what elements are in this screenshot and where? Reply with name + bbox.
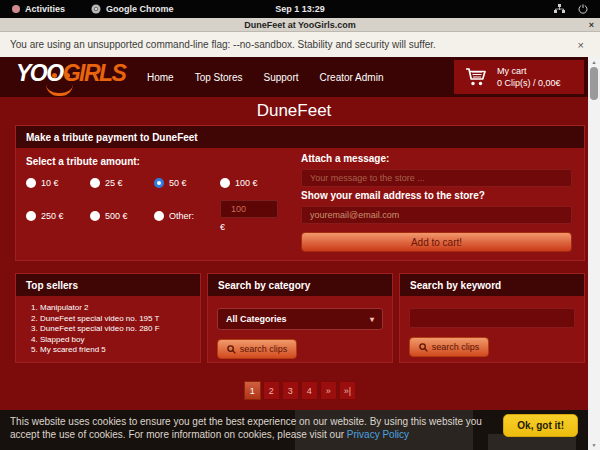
pagination-page-2[interactable]: 2: [263, 381, 280, 400]
radio-label: 500 €: [105, 211, 128, 221]
radio-label: Other:: [169, 211, 194, 221]
browser-tab-bar: DuneFeet at YooGirls.com ×: [0, 18, 600, 32]
top-seller-item[interactable]: My scared friend 5: [40, 345, 191, 356]
keyword-search-input[interactable]: [409, 308, 575, 328]
radio-icon: [220, 178, 230, 188]
category-select-value: All Categories: [226, 314, 287, 324]
cookie-text: This website uses cookies to ensure you …: [10, 416, 482, 440]
vertical-scrollbar[interactable]: ▲ ▼: [588, 57, 600, 450]
top-seller-item[interactable]: Manipulator 2: [40, 303, 191, 314]
tribute-amount-options: 10 € 25 € 50 € 100 €: [26, 178, 296, 232]
pagination-page-1[interactable]: 1: [244, 381, 261, 400]
tab-close-icon[interactable]: ×: [589, 18, 594, 32]
site-header: YOOGIRLS Home Top Stores Support Creator…: [0, 57, 588, 97]
tribute-amount-label: Select a tribute amount:: [26, 156, 296, 167]
warning-message: You are using an unsupported command-lin…: [10, 39, 436, 50]
tribute-panel-header: Make a tribute payment to DuneFeet: [16, 126, 584, 148]
radio-label: 100 €: [235, 178, 258, 188]
search-keyword-header: Search by keyword: [400, 274, 584, 296]
nav-item-home[interactable]: Home: [147, 72, 174, 83]
top-sellers-list: Manipulator 2 DuneFeet special video no.…: [25, 303, 191, 356]
tribute-amount-radio-25[interactable]: 25 €: [90, 178, 154, 188]
radio-icon: [90, 178, 100, 188]
tribute-amount-radio-other[interactable]: Other:: [154, 200, 220, 232]
currency-label: €: [220, 222, 296, 232]
logo-smile-icon: [46, 84, 73, 96]
category-select[interactable]: All Categories ▾: [217, 308, 383, 330]
unsupported-flag-warning-bar: You are using an unsupported command-lin…: [0, 32, 600, 57]
tribute-amount-radio-250[interactable]: 250 €: [26, 200, 90, 232]
radio-label: 25 €: [105, 178, 123, 188]
pagination-page-4[interactable]: 4: [301, 381, 318, 400]
message-label: Attach a message:: [301, 153, 572, 164]
nav-item-support[interactable]: Support: [264, 72, 299, 83]
search-by-category-panel: Search by category All Categories ▾ sear…: [207, 273, 393, 363]
scroll-up-arrow-icon[interactable]: ▲: [588, 59, 600, 65]
top-sellers-header: Top sellers: [16, 274, 200, 296]
top-seller-item[interactable]: DuneFeet special video no. 195 T: [40, 314, 191, 325]
chevron-down-icon: ▾: [370, 315, 374, 324]
search-button-label: search clips: [240, 344, 288, 354]
pagination-next[interactable]: »: [320, 381, 337, 400]
activities-label: Activities: [25, 4, 65, 14]
main-nav: Home Top Stores Support Creator Admin: [147, 57, 383, 97]
page-title: DuneFeet: [0, 97, 588, 124]
cookie-accept-button[interactable]: Ok, got it!: [503, 414, 578, 437]
search-icon: [419, 343, 428, 352]
radio-label: 10 €: [41, 178, 59, 188]
yoogirls-logo[interactable]: YOOGIRLS: [16, 60, 125, 87]
logo-eye-dot-icon: [52, 73, 57, 78]
cart-icon: [464, 65, 488, 89]
nav-item-creator-admin[interactable]: Creator Admin: [320, 72, 384, 83]
search-icon: [227, 345, 236, 354]
top-sellers-panel: Top sellers Manipulator 2 DuneFeet speci…: [15, 273, 201, 363]
my-cart-widget[interactable]: My cart 0 Clip(s) / 0,00€: [454, 60, 584, 94]
search-clips-by-category-button[interactable]: search clips: [217, 339, 297, 359]
email-label: Show your email address to the store?: [301, 190, 572, 201]
privacy-policy-link[interactable]: Privacy Policy: [347, 429, 409, 440]
tribute-amount-radio-500[interactable]: 500 €: [90, 200, 154, 232]
top-seller-item[interactable]: Slapped boy: [40, 335, 191, 346]
radio-label: 250 €: [41, 211, 64, 221]
logo-eye-dot-icon: [65, 73, 70, 78]
other-amount-input[interactable]: [220, 200, 278, 218]
email-input[interactable]: [301, 206, 572, 224]
system-top-bar: Activities Google Chrome Sep 1 13:29: [0, 0, 600, 18]
network-tray-icon[interactable]: [554, 4, 565, 14]
scroll-down-arrow-icon[interactable]: ▼: [588, 442, 600, 448]
nav-item-top-stores[interactable]: Top Stores: [195, 72, 243, 83]
activities-indicator-icon: [12, 5, 20, 13]
tab-title[interactable]: DuneFeet at YooGirls.com: [244, 20, 356, 30]
cart-summary: 0 Clip(s) / 0,00€: [497, 77, 561, 89]
cookie-consent-bar: This website uses cookies to ensure you …: [0, 410, 588, 450]
radio-icon: [154, 211, 164, 221]
pagination-page-3[interactable]: 3: [282, 381, 299, 400]
tribute-payment-panel: Make a tribute payment to DuneFeet Selec…: [15, 125, 585, 261]
radio-label: 50 €: [169, 178, 187, 188]
active-app-menu[interactable]: Google Chrome: [91, 4, 174, 14]
active-app-label: Google Chrome: [106, 4, 174, 14]
cookie-notice-text: This website uses cookies to ensure you …: [10, 415, 498, 441]
logo-text-girls: GIRLS: [63, 60, 126, 86]
add-to-cart-button[interactable]: Add to cart!: [301, 232, 572, 252]
pagination: 1 2 3 4 » »|: [15, 381, 585, 400]
search-by-keyword-panel: Search by keyword search clips: [399, 273, 585, 363]
radio-icon: [26, 178, 36, 188]
search-category-header: Search by category: [208, 274, 392, 296]
pagination-last[interactable]: »|: [339, 381, 356, 400]
activities-button[interactable]: Activities: [12, 4, 65, 14]
message-input[interactable]: [301, 169, 572, 187]
radio-checked-icon: [154, 178, 164, 188]
warning-close-icon[interactable]: ×: [578, 39, 584, 51]
power-tray-icon[interactable]: [578, 4, 588, 14]
top-seller-item[interactable]: DuneFeet special video no. 280 F: [40, 324, 191, 335]
scrollbar-thumb[interactable]: [590, 67, 598, 100]
radio-icon: [90, 211, 100, 221]
tribute-amount-radio-10[interactable]: 10 €: [26, 178, 90, 188]
tribute-amount-radio-100[interactable]: 100 €: [220, 178, 296, 188]
radio-icon: [26, 211, 36, 221]
cart-title: My cart: [497, 65, 561, 77]
search-clips-by-keyword-button[interactable]: search clips: [409, 337, 489, 357]
tribute-amount-radio-50-selected[interactable]: 50 €: [154, 178, 220, 188]
chrome-app-icon: [91, 4, 101, 14]
